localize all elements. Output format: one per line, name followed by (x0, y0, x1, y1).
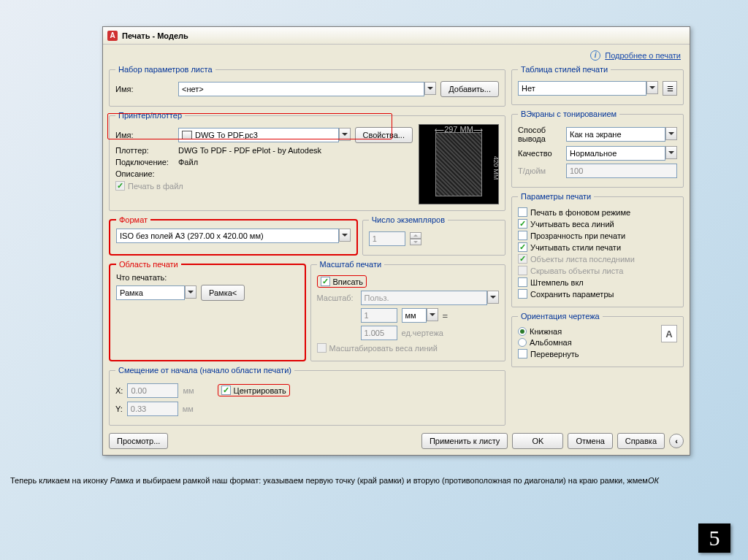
den-unit-label: ед.чертежа (402, 329, 443, 337)
copies-legend: Число экземпляров (369, 215, 448, 224)
opt-last-label: Объекты листа последними (530, 255, 635, 264)
copies-group: Число экземпляров (362, 215, 505, 256)
style-select[interactable]: Нет (518, 81, 646, 96)
shade-mode-select[interactable]: Как на экране (566, 127, 665, 142)
opt-bg-checkbox[interactable] (518, 207, 527, 217)
opt-save-checkbox[interactable] (518, 289, 527, 299)
offset-legend: Смещение от начала (начало области печат… (115, 366, 294, 375)
scale-numerator (361, 308, 397, 323)
chevron-down-icon (490, 296, 496, 299)
landscape-radio[interactable] (518, 338, 527, 347)
opt-styles-label: Учитывать стили печати (530, 243, 621, 252)
scale-legend: Масштаб печати (317, 260, 385, 269)
printer-legend: Принтер/плоттер (115, 111, 185, 120)
opt-hide-label: Скрывать объекты листа (530, 266, 623, 275)
opt-weights-checkbox[interactable] (518, 219, 527, 229)
chevron-down-icon (342, 234, 348, 237)
upside-checkbox[interactable] (518, 349, 527, 358)
opt-hide-checkbox (518, 266, 527, 275)
pageset-name-label: Имя: (115, 85, 174, 93)
format-select[interactable]: ISO без полей A3 (297.00 x 420.00 мм) (116, 229, 339, 243)
ok-button[interactable]: OK (512, 433, 563, 449)
chevron-down-icon (413, 241, 418, 243)
print-to-file-checkbox (115, 181, 125, 191)
orient-legend: Ориентация чертежа (518, 312, 603, 321)
fit-label: Вписать (333, 277, 364, 286)
format-dropdown-btn[interactable] (339, 229, 351, 242)
unit-select[interactable]: мм (402, 308, 427, 323)
scale-label: Масштаб: (317, 294, 356, 302)
add-pageset-button[interactable]: Добавить... (440, 81, 499, 97)
unit-dropdown-btn[interactable] (427, 308, 438, 321)
quality-select[interactable]: Нормальное (566, 146, 665, 161)
format-group: Формат ISO без полей A3 (297.00 x 420.00… (109, 215, 358, 256)
pageset-name-dropdown-btn[interactable] (424, 82, 436, 95)
app-icon: A (107, 31, 118, 41)
quality-label: Качество (518, 149, 562, 158)
opt-weights-label: Учитывать веса линий (530, 220, 614, 229)
chevron-down-icon (430, 313, 435, 316)
opt-styles-checkbox[interactable] (518, 242, 527, 252)
cancel-button[interactable]: Отмена (568, 433, 612, 449)
scale-dropdown-btn (487, 291, 499, 304)
chevron-down-icon (668, 151, 674, 154)
format-legend: Формат (116, 215, 150, 224)
plot-options-group: Параметры печати Печать в фоновом режиме… (511, 192, 684, 307)
plotter-value: DWG To PDF - PDF ePlot - by Autodesk (178, 146, 321, 155)
window-button[interactable]: Рамка< (201, 285, 245, 301)
apply-button[interactable]: Применить к листу (421, 433, 508, 449)
printer-group: Принтер/плоттер Имя: DWG To PDF.pc3 Свой… (109, 111, 505, 211)
opt-transparency-checkbox[interactable] (518, 231, 527, 240)
y-input (127, 402, 178, 416)
preview-sheet (435, 132, 482, 196)
help-button[interactable]: Справка (617, 433, 665, 449)
copies-input (369, 231, 405, 246)
shade-mode-label: Способ вывода (518, 126, 562, 143)
shaded-viewport-group: ВЭкраны с тонированием Способ вывода Как… (511, 110, 684, 188)
quality-dropdown-btn[interactable] (665, 146, 677, 159)
style-dropdown-btn[interactable] (646, 81, 658, 94)
description-label: Описание: (115, 169, 174, 178)
chevron-up-icon (413, 234, 418, 237)
equals-sign: = (443, 310, 449, 321)
dpi-label: Т/дюйм (518, 166, 562, 175)
paper-preview: ⟵297 MM⟶ 420 MM (419, 124, 499, 204)
printer-properties-button[interactable]: Свойства... (355, 127, 413, 143)
opt-bg-label: Печать в фоновом режиме (530, 208, 630, 217)
titlebar[interactable]: A Печать - Модель (103, 27, 690, 45)
opt-stamp-checkbox[interactable] (518, 277, 527, 287)
scale-weights-checkbox (317, 343, 327, 353)
orientation-icon: A (661, 325, 677, 342)
chevron-down-icon (188, 291, 194, 294)
expand-button[interactable]: ‹ (669, 434, 684, 448)
portrait-label: Книжная (530, 327, 562, 336)
portrait-radio[interactable] (518, 327, 527, 336)
fit-checkbox[interactable] (321, 277, 330, 286)
x-unit: мм (183, 386, 194, 395)
preview-button[interactable]: Просмотр... (109, 433, 168, 449)
copies-spinner-up (410, 232, 421, 239)
what-select[interactable]: Рамка (116, 285, 185, 300)
x-input (127, 383, 178, 398)
what-label: Что печатать: (116, 273, 167, 282)
edit-style-button[interactable]: ☰ (663, 81, 677, 96)
printer-dropdown-btn[interactable] (339, 128, 351, 141)
center-checkbox[interactable] (221, 386, 231, 395)
learn-more-link[interactable]: Подробнее о печати (605, 51, 681, 60)
y-label: Y: (115, 404, 123, 413)
options-legend: Параметры печати (518, 192, 594, 201)
printer-select[interactable]: DWG To PDF.pc3 (178, 128, 339, 142)
dialog-title: Печать - Модель (122, 31, 188, 40)
chevron-down-icon (668, 132, 674, 135)
landscape-label: Альбомная (530, 338, 572, 347)
shade-mode-dropdown-btn[interactable] (665, 127, 677, 140)
what-dropdown-btn[interactable] (185, 285, 196, 299)
opt-save-label: Сохранить параметры (530, 290, 614, 299)
scale-denominator (361, 326, 397, 340)
print-dialog: A Печать - Модель i Подробнее о печати Н… (102, 26, 690, 456)
pageset-name-select[interactable]: <нет> (178, 82, 424, 96)
plot-styles-group: Таблица стилей печати Нет ☰ (511, 65, 684, 105)
plot-scale-group: Масштаб печати Вписать Масштаб: Польз. (310, 260, 506, 361)
plot-area-group: Область печати Что печатать: Рамка Рамка… (109, 260, 306, 361)
offset-group: Смещение от начала (начало области печат… (109, 366, 505, 426)
